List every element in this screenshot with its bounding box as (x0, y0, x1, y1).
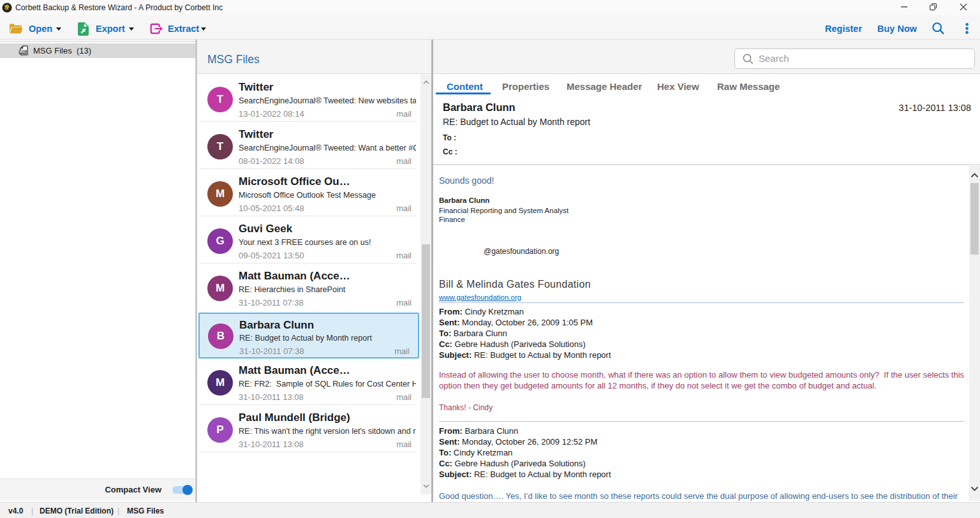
svg-text:MSG: MSG (20, 50, 27, 54)
